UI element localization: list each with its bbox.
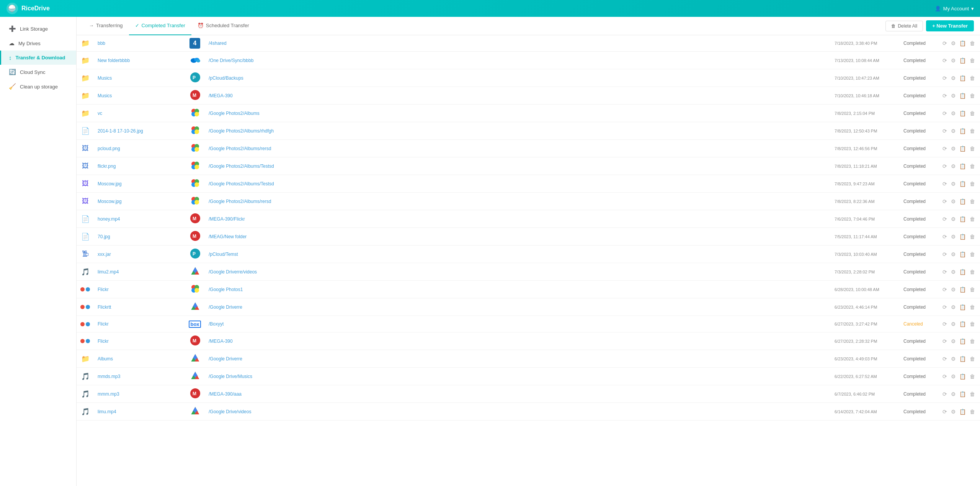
report-button[interactable]: 📋	[958, 92, 967, 100]
settings-button[interactable]: ⚙	[950, 39, 957, 47]
delete-button[interactable]: 🗑	[969, 74, 976, 82]
report-button[interactable]: 📋	[958, 109, 967, 118]
restart-button[interactable]: ⟳	[941, 109, 948, 118]
settings-button[interactable]: ⚙	[950, 250, 957, 259]
report-button[interactable]: 📋	[958, 162, 967, 170]
restart-button[interactable]: ⟳	[941, 197, 948, 206]
settings-button[interactable]: ⚙	[950, 337, 957, 345]
report-button[interactable]: 📋	[958, 390, 967, 398]
sidebar-item-my-drives[interactable]: ☁ My Drives	[0, 36, 76, 51]
delete-button[interactable]: 🗑	[969, 268, 976, 276]
restart-button[interactable]: ⟳	[941, 144, 948, 153]
restart-button[interactable]: ⟳	[941, 56, 948, 65]
settings-button[interactable]: ⚙	[950, 56, 957, 65]
new-transfer-button[interactable]: + New Transfer	[926, 20, 974, 31]
settings-button[interactable]: ⚙	[950, 127, 957, 135]
tab-scheduled-transfer[interactable]: ⏰ Scheduled Transfer	[191, 17, 255, 35]
restart-button[interactable]: ⟳	[941, 268, 948, 276]
settings-button[interactable]: ⚙	[950, 180, 957, 188]
report-button[interactable]: 📋	[958, 232, 967, 241]
restart-button[interactable]: ⟳	[941, 162, 948, 170]
restart-button[interactable]: ⟳	[941, 355, 948, 363]
report-button[interactable]: 📋	[958, 215, 967, 223]
report-button[interactable]: 📋	[958, 337, 967, 345]
tab-completed-transfer[interactable]: ✓ Completed Transfer	[129, 17, 191, 35]
delete-button[interactable]: 🗑	[969, 372, 976, 381]
settings-button[interactable]: ⚙	[950, 303, 957, 311]
restart-button[interactable]: ⟳	[941, 39, 948, 47]
report-button[interactable]: 📋	[958, 285, 967, 294]
restart-button[interactable]: ⟳	[941, 337, 948, 345]
delete-button[interactable]: 🗑	[969, 407, 976, 416]
restart-button[interactable]: ⟳	[941, 127, 948, 135]
report-button[interactable]: 📋	[958, 355, 967, 363]
delete-button[interactable]: 🗑	[969, 162, 976, 170]
restart-button[interactable]: ⟳	[941, 92, 948, 100]
delete-button[interactable]: 🗑	[969, 39, 976, 47]
delete-button[interactable]: 🗑	[969, 303, 976, 311]
report-button[interactable]: 📋	[958, 250, 967, 259]
delete-button[interactable]: 🗑	[969, 285, 976, 294]
settings-button[interactable]: ⚙	[950, 268, 957, 276]
delete-button[interactable]: 🗑	[969, 109, 976, 118]
report-button[interactable]: 📋	[958, 197, 967, 206]
restart-button[interactable]: ⟳	[941, 285, 948, 294]
delete-button[interactable]: 🗑	[969, 215, 976, 223]
delete-button[interactable]: 🗑	[969, 197, 976, 206]
settings-button[interactable]: ⚙	[950, 320, 957, 328]
restart-button[interactable]: ⟳	[941, 232, 948, 241]
tab-transferring[interactable]: → Transferring	[83, 17, 129, 35]
report-button[interactable]: 📋	[958, 144, 967, 153]
restart-button[interactable]: ⟳	[941, 320, 948, 328]
report-button[interactable]: 📋	[958, 320, 967, 328]
settings-button[interactable]: ⚙	[950, 232, 957, 241]
sidebar-item-cloud-sync[interactable]: 🔄 Cloud Sync	[0, 65, 76, 79]
restart-button[interactable]: ⟳	[941, 180, 948, 188]
report-button[interactable]: 📋	[958, 372, 967, 381]
delete-button[interactable]: 🗑	[969, 144, 976, 153]
restart-button[interactable]: ⟳	[941, 250, 948, 259]
delete-button[interactable]: 🗑	[969, 320, 976, 328]
restart-button[interactable]: ⟳	[941, 390, 948, 398]
report-button[interactable]: 📋	[958, 39, 967, 47]
report-button[interactable]: 📋	[958, 407, 967, 416]
report-button[interactable]: 📋	[958, 127, 967, 135]
report-button[interactable]: 📋	[958, 303, 967, 311]
delete-button[interactable]: 🗑	[969, 127, 976, 135]
delete-button[interactable]: 🗑	[969, 250, 976, 259]
delete-button[interactable]: 🗑	[969, 92, 976, 100]
restart-button[interactable]: ⟳	[941, 303, 948, 311]
settings-button[interactable]: ⚙	[950, 109, 957, 118]
delete-all-button[interactable]: 🗑 Delete All	[885, 21, 923, 31]
settings-button[interactable]: ⚙	[950, 285, 957, 294]
delete-button[interactable]: 🗑	[969, 390, 976, 398]
settings-button[interactable]: ⚙	[950, 74, 957, 82]
delete-button[interactable]: 🗑	[969, 180, 976, 188]
sidebar-item-transfer-download[interactable]: ↕ Transfer & Download	[0, 51, 76, 65]
settings-button[interactable]: ⚙	[950, 390, 957, 398]
restart-button[interactable]: ⟳	[941, 407, 948, 416]
restart-button[interactable]: ⟳	[941, 215, 948, 223]
settings-button[interactable]: ⚙	[950, 355, 957, 363]
delete-button[interactable]: 🗑	[969, 355, 976, 363]
googlephotos-icon	[190, 160, 201, 171]
report-button[interactable]: 📋	[958, 74, 967, 82]
settings-button[interactable]: ⚙	[950, 144, 957, 153]
sidebar-item-clean-up-storage[interactable]: 🧹 Clean up storage	[0, 79, 76, 94]
delete-button[interactable]: 🗑	[969, 56, 976, 65]
settings-button[interactable]: ⚙	[950, 162, 957, 170]
settings-button[interactable]: ⚙	[950, 92, 957, 100]
restart-button[interactable]: ⟳	[941, 372, 948, 381]
settings-button[interactable]: ⚙	[950, 197, 957, 206]
delete-button[interactable]: 🗑	[969, 232, 976, 241]
restart-button[interactable]: ⟳	[941, 74, 948, 82]
report-button[interactable]: 📋	[958, 56, 967, 65]
settings-button[interactable]: ⚙	[950, 407, 957, 416]
settings-button[interactable]: ⚙	[950, 372, 957, 381]
delete-button[interactable]: 🗑	[969, 337, 976, 345]
sidebar-item-link-storage[interactable]: ➕ Link Storage	[0, 21, 76, 36]
report-button[interactable]: 📋	[958, 268, 967, 276]
account-menu[interactable]: 👤 My Account ▾	[935, 6, 974, 11]
report-button[interactable]: 📋	[958, 180, 967, 188]
settings-button[interactable]: ⚙	[950, 215, 957, 223]
